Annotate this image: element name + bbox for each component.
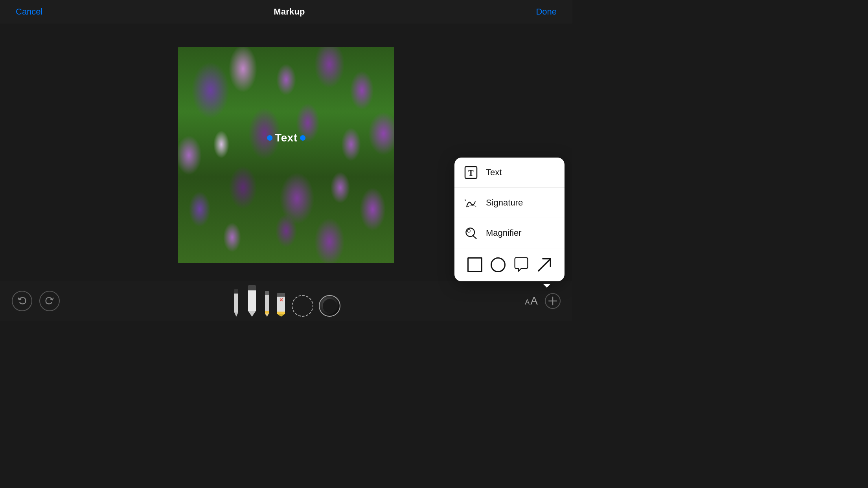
flower-image — [178, 47, 394, 263]
tool-pencil[interactable] — [263, 291, 270, 317]
svg-text:T: T — [468, 169, 474, 177]
magnifier-icon — [463, 225, 479, 241]
add-button[interactable] — [545, 293, 561, 309]
svg-marker-9 — [234, 312, 238, 317]
done-button[interactable]: Done — [536, 7, 557, 17]
annotation-handle-left[interactable] — [267, 135, 272, 141]
arrow-icon — [535, 255, 554, 274]
svg-rect-20 — [277, 293, 285, 297]
popup-shapes-row — [454, 248, 565, 281]
toolbar-center: ✕ — [232, 285, 340, 317]
toolbar-right: A A — [525, 293, 561, 309]
signature-icon: x — [463, 195, 479, 211]
undo-button[interactable] — [12, 291, 32, 311]
toolbar-left — [12, 291, 60, 311]
svg-marker-13 — [248, 311, 256, 317]
svg-rect-17 — [265, 311, 269, 314]
tool-pen[interactable] — [232, 289, 241, 317]
circle-icon — [491, 257, 506, 272]
font-size-small-icon: A — [525, 298, 530, 306]
tool-lasso[interactable] — [292, 295, 313, 317]
undo-icon — [17, 296, 27, 306]
shape-square-button[interactable] — [465, 255, 484, 274]
popup-magnifier-label: Magnifier — [486, 228, 521, 238]
eraser-icon: ✕ — [276, 293, 286, 317]
popup-signature-label: Signature — [486, 198, 523, 208]
speech-bubble-icon — [513, 257, 529, 273]
shape-bubble-button[interactable] — [512, 255, 531, 274]
tool-marker[interactable] — [246, 285, 258, 317]
fill-icon — [319, 295, 340, 317]
font-size-large-icon: A — [530, 295, 538, 307]
popup-text-label: Text — [486, 167, 502, 178]
svg-point-3 — [466, 228, 474, 237]
svg-rect-12 — [248, 290, 256, 311]
svg-line-5 — [473, 236, 476, 238]
popup-item-signature[interactable]: x Signature — [454, 188, 565, 218]
shape-circle-button[interactable] — [489, 255, 508, 274]
svg-line-6 — [538, 259, 550, 271]
svg-point-4 — [467, 229, 470, 232]
svg-marker-23 — [277, 314, 285, 317]
popup-item-magnifier[interactable]: Magnifier — [454, 218, 565, 248]
shape-arrow-button[interactable] — [535, 255, 554, 274]
svg-rect-22 — [277, 312, 285, 314]
svg-text:✕: ✕ — [279, 297, 283, 303]
svg-rect-7 — [234, 289, 238, 294]
pencil-icon — [263, 291, 270, 317]
popup-menu: T Text x Signature Magnifier — [454, 158, 565, 281]
pen-icon — [232, 289, 241, 317]
plus-icon — [548, 296, 558, 306]
image-container[interactable]: Text — [178, 47, 394, 263]
square-icon — [467, 257, 482, 272]
redo-button[interactable] — [39, 291, 60, 311]
cancel-button[interactable]: Cancel — [16, 7, 42, 17]
header: Cancel Markup Done — [0, 0, 572, 24]
tool-eraser[interactable]: ✕ — [276, 293, 286, 317]
svg-rect-8 — [234, 294, 238, 312]
annotation-text: Text — [275, 132, 298, 144]
page-title: Markup — [274, 7, 305, 17]
bottom-toolbar: ✕ A A — [0, 281, 572, 321]
marker-icon — [246, 285, 258, 317]
svg-rect-11 — [248, 285, 256, 291]
annotation-handle-right[interactable] — [300, 135, 305, 141]
redo-icon — [44, 296, 55, 306]
text-annotation[interactable]: Text — [267, 132, 305, 144]
lasso-icon — [292, 295, 313, 317]
svg-text:x: x — [465, 198, 467, 202]
svg-rect-15 — [265, 291, 269, 295]
tool-fill[interactable] — [319, 295, 340, 317]
font-size-button[interactable]: A A — [525, 295, 538, 307]
text-icon: T — [463, 165, 479, 180]
svg-rect-16 — [265, 295, 269, 311]
popup-item-text[interactable]: T Text — [454, 158, 565, 188]
